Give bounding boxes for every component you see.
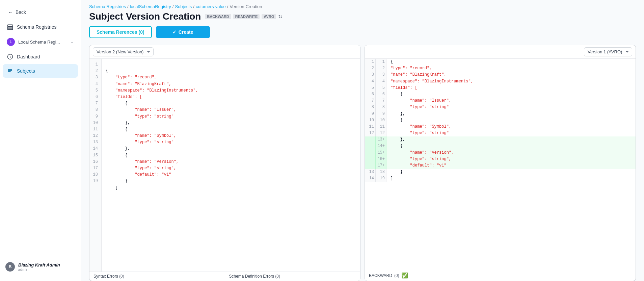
- create-label: Create: [179, 29, 193, 35]
- right-editor-header: Version 1 (AVRO): [365, 45, 636, 59]
- breadcrumb-subjects[interactable]: Subjects: [175, 4, 192, 9]
- sidebar-item-subjects[interactable]: Subjects: [3, 64, 78, 78]
- page-title: Subject Version Creation: [89, 11, 201, 22]
- breadcrumb-schema-registries[interactable]: Schema Registries: [89, 4, 126, 9]
- breadcrumb-version-creation: Version Creation: [230, 4, 262, 9]
- checkmark-icon: ✓: [172, 29, 177, 35]
- sidebar: ← Back Schema Registries L Local Schema …: [0, 0, 81, 281]
- left-editor-header: Version 2 (New Version): [89, 45, 360, 59]
- schema-errors-section: Schema Definition Errors (0): [225, 272, 360, 281]
- schema-errors-count: (0): [275, 274, 280, 279]
- left-version-select[interactable]: Version 2 (New Version): [93, 47, 154, 56]
- breadcrumb: Schema Registries / localSchemaRegistry …: [89, 4, 636, 9]
- svg-rect-1: [8, 27, 13, 28]
- right-editor-panel: Version 1 (AVRO) 11{ 22"type": "record",…: [365, 45, 636, 281]
- sidebar-footer: B Blazing Kraft Admin admin: [0, 258, 81, 276]
- right-diff-area[interactable]: 11{ 22"type": "record", 33"name": "Blazi…: [365, 59, 636, 270]
- sidebar-item-dashboard[interactable]: Dashboard: [3, 50, 78, 63]
- schema-references-button[interactable]: Schema Rerences (0): [89, 26, 152, 38]
- create-button[interactable]: ✓ Create: [156, 26, 210, 38]
- registry-avatar: L: [7, 38, 15, 46]
- left-editor-content: 12345 678910 1112131415 16171819 { "type…: [89, 59, 360, 272]
- breadcrumb-cutomers-value[interactable]: cutomers-value: [196, 4, 226, 9]
- syntax-errors-section: Syntax Errors (0): [89, 272, 225, 281]
- badge-group: BACKWARD READWRITE AVRO ↻: [205, 14, 283, 20]
- svg-rect-2: [8, 28, 13, 30]
- compat-count: (0): [394, 273, 399, 278]
- left-code-area[interactable]: { "type": "record", "name": "BlazingKraf…: [102, 59, 360, 272]
- syntax-errors-label: Syntax Errors: [93, 274, 118, 279]
- left-editor-footer: Syntax Errors (0) Schema Definition Erro…: [89, 272, 360, 281]
- main-content: Schema Registries / localSchemaRegistry …: [81, 0, 644, 281]
- schema-errors-label: Schema Definition Errors: [229, 274, 274, 279]
- sidebar-item-schema-registries[interactable]: Schema Registries: [3, 20, 78, 34]
- badge-avro: AVRO: [262, 14, 276, 19]
- editors-row: Version 2 (New Version) 12345 678910 111…: [81, 45, 644, 281]
- left-line-numbers: 12345 678910 1112131415 16171819: [89, 59, 102, 272]
- user-role: admin: [18, 267, 60, 272]
- badge-readwrite: READWRITE: [233, 14, 260, 19]
- dashboard-icon: [7, 53, 14, 60]
- left-editor-panel: Version 2 (New Version) 12345 678910 111…: [89, 45, 360, 281]
- check-circle-icon: ✅: [401, 272, 408, 279]
- subjects-label: Subjects: [17, 68, 35, 74]
- schema-registries-icon: [7, 24, 14, 30]
- right-version-select[interactable]: Version 1 (AVRO): [584, 47, 632, 56]
- svg-rect-0: [8, 25, 13, 26]
- dashboard-label: Dashboard: [17, 54, 40, 59]
- user-name: Blazing Kraft Admin: [18, 262, 60, 267]
- syntax-errors-count: (0): [119, 274, 124, 279]
- registry-item[interactable]: L Local Schema Regi... ⌄: [3, 34, 78, 49]
- subjects-icon: [7, 68, 14, 74]
- badge-backward: BACKWARD: [205, 14, 231, 19]
- chevron-down-icon: ⌄: [71, 40, 74, 44]
- schema-registries-label: Schema Registries: [17, 24, 57, 30]
- registry-name: Local Schema Regi...: [18, 40, 67, 45]
- user-avatar: B: [5, 262, 15, 272]
- back-arrow-icon: ←: [8, 9, 13, 15]
- refresh-icon[interactable]: ↻: [278, 14, 283, 20]
- breadcrumb-local-schema-registry[interactable]: localSchemaRegistry: [130, 4, 171, 9]
- back-label: Back: [16, 9, 26, 15]
- back-button[interactable]: ← Back: [3, 7, 78, 18]
- user-info: Blazing Kraft Admin admin: [18, 262, 60, 272]
- compat-label: BACKWARD: [369, 273, 392, 278]
- right-editor-content: 11{ 22"type": "record", 33"name": "Blazi…: [365, 59, 636, 270]
- header: Schema Registries / localSchemaRegistry …: [81, 0, 644, 45]
- right-editor-footer: BACKWARD (0) ✅: [365, 270, 636, 281]
- action-bar: Schema Rerences (0) ✓ Create: [89, 26, 636, 38]
